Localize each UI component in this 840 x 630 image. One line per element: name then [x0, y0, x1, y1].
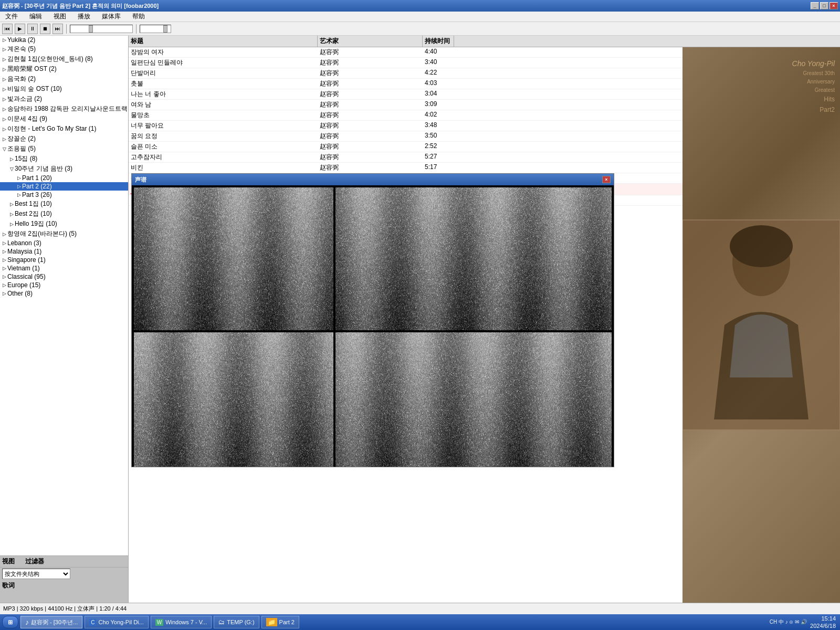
tree-item-part3[interactable]: ▷ Part 3 (26) — [0, 191, 128, 199]
tree-item-hangying[interactable]: ▷ 항영애 2집(바라본다) (5) — [0, 229, 128, 239]
tree-item-best2[interactable]: ▷ Best 2집 (10) — [0, 209, 128, 219]
status-info: MP3 | 320 kbps | 44100 Hz | 立体声 | 1:20 /… — [3, 605, 127, 613]
close-button[interactable]: × — [830, 2, 838, 9]
tree-toggle: ▷ — [1, 257, 7, 263]
spectrogram-canvas-rb — [335, 332, 612, 467]
menu-view[interactable]: 视图 — [50, 12, 69, 22]
play-button[interactable]: ▶ — [15, 24, 25, 34]
tree-item-hello19[interactable]: ▷ Hello 19집 (10) — [0, 219, 128, 229]
tree-item-europe[interactable]: ▷ Europe (15) — [0, 281, 128, 289]
tree-item-best1[interactable]: ▷ Best 1집 (10) — [0, 199, 128, 209]
track-row-5[interactable]: 여와 남 赵容弼 3:09 — [129, 100, 682, 110]
track-row-11[interactable]: 비킨 赵容弼 5:17 — [129, 163, 682, 173]
tree-toggle: ▷ — [1, 106, 7, 112]
tree-toggle: ▷ — [1, 37, 7, 43]
stop-button[interactable]: ⏹ — [40, 24, 50, 34]
tree-toggle: ▷ — [1, 231, 7, 237]
tree-toggle: ▷ — [1, 274, 7, 280]
tree-item-leejeonghyeon[interactable]: ▷ 이정현 - Let's Go To My Star (1) — [0, 124, 128, 134]
volume-slider[interactable] — [140, 25, 171, 33]
tree-toggle: ▷ — [1, 282, 7, 288]
tree-item-singapore[interactable]: ▷ Singapore (1) — [0, 256, 128, 264]
menu-bar: 文件 编辑 视图 播放 媒体库 帮助 — [0, 12, 840, 22]
menu-help[interactable]: 帮助 — [129, 12, 148, 22]
dialog-close-button[interactable]: × — [602, 176, 611, 183]
tree-item-joyongpil[interactable]: ▽ 조용필 (5) — [0, 144, 128, 154]
taskbar-item-foobar[interactable]: ♪ 赵容弼 - [30주년... — [20, 616, 82, 628]
tree-toggle: ▷ — [8, 201, 15, 207]
tree-item-munse[interactable]: ▷ 이문세 4집 (9) — [0, 114, 128, 124]
tree-item-secret[interactable]: ▷ 비밀의 숲 OST (10) — [0, 84, 128, 94]
taskbar-item-part2[interactable]: 📁 Part 2 — [261, 616, 299, 628]
menu-play[interactable]: 播放 — [75, 12, 93, 22]
tree-item-gyeongsuk[interactable]: ▷ 계온숙 (5) — [0, 44, 128, 54]
col-header-title[interactable]: 标题 — [129, 36, 318, 47]
seek-slider[interactable] — [70, 25, 133, 33]
pause-button[interactable]: ⏸ — [27, 24, 38, 34]
track-list-header: 标题 艺术家 持续时间 — [129, 36, 840, 47]
taskbar-sys-icons: CH 中 ♪ ⊙ ✉ 🔊 — [770, 618, 807, 626]
track-row-8[interactable]: 꿈의 요정 赵容弼 3:50 — [129, 131, 682, 142]
tree-toggle: ▷ — [1, 136, 7, 142]
tree-item-other[interactable]: ▷ Other (8) — [0, 289, 128, 298]
dialog-content — [132, 185, 614, 467]
tree-item-bitgwa[interactable]: ▷ 빛과소금 (2) — [0, 94, 128, 104]
tree-toggle: ▷ — [1, 248, 7, 255]
col-header-duration[interactable]: 持续时间 — [423, 36, 454, 47]
toolbar: ⏮ ▶ ⏸ ⏹ ⏭ — [0, 22, 840, 36]
tree-toggle: ▷ — [1, 240, 7, 246]
track-row-10[interactable]: 고추잠자리 赵容弼 5:27 — [129, 152, 682, 163]
taskbar-item-cho[interactable]: C Cho Yong-Pil Di... — [85, 616, 148, 628]
track-row-1[interactable]: 일편단심 민들레야 赵容弼 3:40 — [129, 58, 682, 68]
track-row-0[interactable]: 장밤의 여자 赵容弼 4:40 — [129, 47, 682, 58]
track-row-3[interactable]: 촛불 赵容弼 4:03 — [129, 79, 682, 89]
tree-item-15jip[interactable]: ▷ 15집 (8) — [0, 154, 128, 164]
tree-toggle: ▽ — [1, 146, 7, 152]
spectrogram-dialog[interactable]: 声谱 × — [131, 173, 614, 467]
tree-item-response[interactable]: ▷ 송담하라 1988 감독판 오리지날사운드트랙 (23) — [0, 104, 128, 114]
menu-file[interactable]: 文件 — [2, 12, 21, 22]
tree-item-part2[interactable]: ▷ Part 2 (22) — [0, 182, 128, 191]
tree-item-classical[interactable]: ▷ Classical (95) — [0, 272, 128, 281]
tree-item-blackglory[interactable]: ▷ 黑暗荣耀 OST (2) — [0, 64, 128, 74]
tree-item-eumgukwha[interactable]: ▷ 음국화 (2) — [0, 74, 128, 84]
window-controls: _ □ × — [811, 2, 838, 9]
tree-item-vietnam[interactable]: ▷ Vietnam (1) — [0, 264, 128, 272]
tree-item-lebanon[interactable]: ▷ Lebanon (3) — [0, 239, 128, 247]
maximize-button[interactable]: □ — [820, 2, 828, 9]
taskbar-item-temp[interactable]: 🗂 TEMP (G:) — [214, 616, 259, 628]
taskbar: ⊞ ♪ 赵容弼 - [30주년... C Cho Yong-Pil Di... … — [0, 614, 840, 630]
spectrogram-panel-left-top — [134, 187, 333, 330]
track-row-6[interactable]: 물망초 赵容弼 4:02 — [129, 110, 682, 121]
next-button[interactable]: ⏭ — [52, 24, 63, 34]
tree-item-malaysia[interactable]: ▷ Malaysia (1) — [0, 247, 128, 256]
tree-toggle: ▷ — [1, 265, 7, 271]
menu-edit[interactable]: 编辑 — [26, 12, 45, 22]
start-button[interactable]: ⊞ — [2, 616, 18, 628]
track-row-7[interactable]: 너무 팔아요 赵容弼 3:48 — [129, 121, 682, 131]
tree-toggle: ▷ — [8, 221, 15, 227]
lyrics-label: 歌词 — [2, 582, 15, 589]
tree-item-30anniv[interactable]: ▽ 30주년 기념 음반 (3) — [0, 164, 128, 174]
left-panel: ▷ Yukika (2) ▷ 계온숙 (5) ▷ 김현철 1집(오현만에_동네)… — [0, 36, 129, 603]
dialog-title-bar: 声谱 × — [132, 174, 614, 185]
filter-select[interactable]: 按文件夹结构 — [2, 569, 70, 579]
track-row-2[interactable]: 단발머리 赵容弼 4:22 — [129, 68, 682, 79]
prev-button[interactable]: ⏮ — [2, 24, 13, 34]
tree-item-yukika[interactable]: ▷ Yukika (2) — [0, 36, 128, 44]
tree-item-kimhyuncheol[interactable]: ▷ 김현철 1집(오현만에_동네) (8) — [0, 54, 128, 64]
track-row-4[interactable]: 나는 너 좋아 赵容弼 3:04 — [129, 89, 682, 100]
taskbar-clock: 15:14 2024/6/18 — [810, 615, 836, 630]
spectrogram-panel-right-top — [335, 187, 612, 330]
tree-toggle: ▽ — [8, 166, 15, 172]
album-artist: Cho Yong-Pil — [792, 58, 835, 69]
taskbar-item-windows7[interactable]: W Windows 7 - V... — [151, 616, 212, 628]
tree-toggle: ▷ — [1, 66, 7, 72]
track-row-9[interactable]: 슬픈 미소 赵容弼 2:52 — [129, 142, 682, 152]
tree-item-jangkolsun[interactable]: ▷ 장꼴순 (2) — [0, 134, 128, 144]
menu-library[interactable]: 媒体库 — [99, 12, 124, 22]
bottom-left-panel: 视图 过滤器 按文件夹结构 歌词 — [0, 555, 128, 603]
minimize-button[interactable]: _ — [811, 2, 819, 9]
tree-item-part1[interactable]: ▷ Part 1 (20) — [0, 174, 128, 182]
col-header-artist[interactable]: 艺术家 — [318, 36, 423, 47]
